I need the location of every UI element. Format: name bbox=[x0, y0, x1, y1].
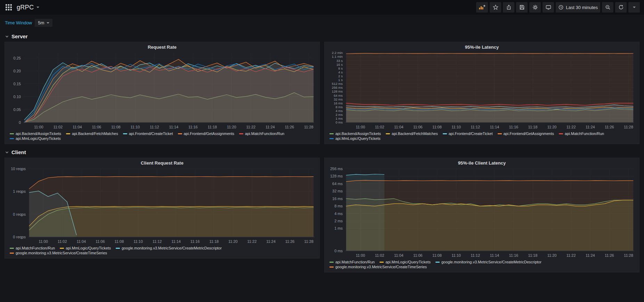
legend-item[interactable]: api.Frontend/CreateTicket bbox=[123, 132, 173, 136]
legend-item[interactable]: api.MmLogic/QueryTickets bbox=[60, 246, 111, 250]
svg-text:1 ms: 1 ms bbox=[335, 117, 343, 120]
svg-text:11:06: 11:06 bbox=[413, 253, 423, 257]
svg-text:11:08: 11:08 bbox=[432, 125, 442, 129]
legend-item[interactable]: api.MatchFunction/Run bbox=[559, 132, 604, 136]
legend-item[interactable]: google.monitoring.v3.MetricService/Creat… bbox=[10, 251, 107, 255]
legend-item[interactable]: api.MatchFunction/Run bbox=[10, 246, 55, 250]
legend-series-name: api.MatchFunction/Run bbox=[565, 132, 604, 136]
legend-series-swatch bbox=[329, 133, 334, 134]
legend-series-name: api.MatchFunction/Run bbox=[245, 132, 284, 136]
svg-text:32 ms: 32 ms bbox=[332, 189, 343, 193]
svg-text:11:26: 11:26 bbox=[285, 239, 294, 244]
legend-item[interactable]: google.monitoring.v3.MetricService/Creat… bbox=[329, 265, 427, 269]
legend-item[interactable]: api.Backend/FetchMatches bbox=[66, 132, 118, 136]
legend-series-name: api.Frontend/GetAssignments bbox=[504, 132, 554, 136]
svg-text:11:16: 11:16 bbox=[188, 125, 198, 129]
star-button[interactable] bbox=[490, 2, 501, 13]
panel-title[interactable]: 95%-ile Latency bbox=[325, 42, 639, 51]
chevron-down-icon bbox=[47, 22, 49, 24]
zoom-out-button[interactable] bbox=[602, 2, 613, 13]
legend-item[interactable]: api.Frontend/CreateTicket bbox=[443, 132, 493, 136]
time-window-variable-select[interactable]: 5m bbox=[35, 19, 52, 27]
legend-item[interactable]: google.monitoring.v3.MetricService/Creat… bbox=[116, 246, 222, 250]
svg-text:11:00: 11:00 bbox=[34, 125, 43, 129]
legend-item[interactable]: api.Backend/AssignTickets bbox=[10, 132, 61, 136]
legend-series-name: api.Backend/FetchMatches bbox=[392, 132, 438, 136]
legend-item[interactable]: api.Frontend/GetAssignments bbox=[498, 132, 554, 136]
svg-text:11:18: 11:18 bbox=[207, 125, 217, 129]
dashboard-title: gRPC bbox=[17, 4, 34, 11]
latency-chart[interactable]: 11:0011:0211:0411:0611:0811:1011:1211:14… bbox=[327, 51, 637, 131]
dashboard-submenu: Time Window 5m bbox=[0, 15, 644, 31]
legend-item[interactable]: api.Backend/AssignTickets bbox=[329, 132, 381, 136]
svg-text:0.20: 0.20 bbox=[13, 69, 21, 73]
client-request-rate-chart[interactable]: 11:0011:0211:0411:0611:0811:1011:1211:14… bbox=[7, 167, 317, 245]
dashboard-title-dropdown[interactable]: gRPC bbox=[17, 4, 39, 11]
legend-series-name: google.monitoring.v3.MetricService/Creat… bbox=[441, 260, 541, 264]
navbar: gRPC bbox=[0, 0, 644, 15]
legend-item[interactable]: api.Frontend/GetAssignments bbox=[178, 132, 235, 136]
svg-text:11:28: 11:28 bbox=[624, 253, 633, 257]
panel-title[interactable]: Request Rate bbox=[5, 42, 319, 51]
legend-series-name: api.MmLogic/QueryTickets bbox=[16, 136, 61, 141]
legend-series-name: api.MatchFunction/Run bbox=[16, 246, 55, 250]
share-button[interactable] bbox=[503, 2, 514, 13]
svg-text:0.05: 0.05 bbox=[13, 108, 21, 112]
svg-text:1 s: 1 s bbox=[338, 78, 343, 82]
legend-series-name: api.MatchFunction/Run bbox=[335, 260, 375, 264]
time-range-picker-button[interactable]: Last 30 minutes bbox=[556, 2, 600, 13]
settings-button[interactable] bbox=[529, 2, 541, 13]
add-panel-button[interactable] bbox=[476, 2, 488, 13]
legend-item[interactable]: api.MmLogic/QueryTickets bbox=[329, 136, 381, 141]
refresh-interval-dropdown-button[interactable] bbox=[628, 2, 640, 13]
legend-item[interactable]: api.MatchFunction/Run bbox=[329, 260, 375, 264]
svg-text:11:22: 11:22 bbox=[566, 125, 576, 129]
cycle-view-button[interactable] bbox=[543, 2, 554, 13]
svg-text:11:18: 11:18 bbox=[528, 253, 537, 257]
svg-text:11:20: 11:20 bbox=[227, 125, 236, 129]
panel-request-rate: Request Rate 11:0011:0211:0411:0611:0811… bbox=[5, 42, 320, 144]
panel-title[interactable]: Client Request Rate bbox=[5, 158, 319, 167]
tv-monitor-icon bbox=[546, 5, 551, 10]
legend-series-name: api.MmLogic/QueryTickets bbox=[335, 136, 381, 141]
legend-item[interactable]: api.MmLogic/QueryTickets bbox=[380, 260, 431, 264]
client-latency-chart[interactable]: 11:0011:0211:0411:0611:0811:1011:1211:14… bbox=[327, 167, 637, 259]
latency-legend: api.Backend/AssignTicketsapi.Backend/Fet… bbox=[325, 131, 639, 144]
legend-item[interactable]: api.MmLogic/QueryTickets bbox=[10, 136, 61, 141]
row-header-client[interactable]: Client bbox=[5, 147, 639, 158]
refresh-icon bbox=[618, 5, 624, 10]
svg-text:0.25: 0.25 bbox=[13, 56, 21, 60]
legend-series-swatch bbox=[10, 253, 14, 254]
svg-text:11:02: 11:02 bbox=[375, 253, 384, 257]
svg-text:11:22: 11:22 bbox=[247, 239, 256, 244]
svg-text:11:06: 11:06 bbox=[92, 125, 101, 129]
svg-text:11:18: 11:18 bbox=[209, 239, 219, 244]
refresh-button[interactable] bbox=[615, 2, 627, 13]
legend-item[interactable]: api.Backend/FetchMatches bbox=[386, 132, 438, 136]
svg-text:11:24: 11:24 bbox=[585, 125, 595, 129]
svg-text:11:14: 11:14 bbox=[169, 125, 178, 129]
svg-text:11:00: 11:00 bbox=[39, 239, 48, 244]
svg-text:11:02: 11:02 bbox=[53, 125, 63, 129]
svg-text:32 ms: 32 ms bbox=[334, 97, 343, 101]
panel-title[interactable]: 95%-ile Client Latency bbox=[325, 158, 639, 167]
svg-text:11:12: 11:12 bbox=[152, 239, 162, 244]
panel-client-request-rate: Client Request Rate 11:0011:0211:0411:06… bbox=[5, 158, 320, 259]
legend-item[interactable]: api.MatchFunction/Run bbox=[239, 132, 284, 136]
row-header-server[interactable]: Server bbox=[5, 31, 639, 42]
svg-text:11:08: 11:08 bbox=[111, 125, 121, 129]
svg-text:11:00: 11:00 bbox=[356, 253, 365, 257]
save-button[interactable] bbox=[516, 2, 528, 13]
svg-text:1 ms: 1 ms bbox=[334, 226, 343, 230]
legend-item[interactable]: google.monitoring.v3.MetricService/Creat… bbox=[435, 260, 541, 264]
clock-icon bbox=[558, 5, 564, 10]
svg-text:4 s: 4 s bbox=[338, 70, 343, 74]
request-rate-chart[interactable]: 11:0011:0211:0411:0611:0811:1011:1211:14… bbox=[7, 51, 317, 131]
legend-series-swatch bbox=[10, 133, 14, 134]
svg-text:11:28: 11:28 bbox=[624, 125, 633, 129]
svg-text:11:08: 11:08 bbox=[114, 239, 124, 244]
dashboard-grid-menu-button[interactable] bbox=[4, 3, 13, 12]
legend-series-swatch bbox=[443, 133, 447, 134]
client-latency-legend: api.MatchFunction/Runapi.MmLogic/QueryTi… bbox=[325, 259, 639, 272]
svg-text:11:26: 11:26 bbox=[605, 125, 614, 129]
